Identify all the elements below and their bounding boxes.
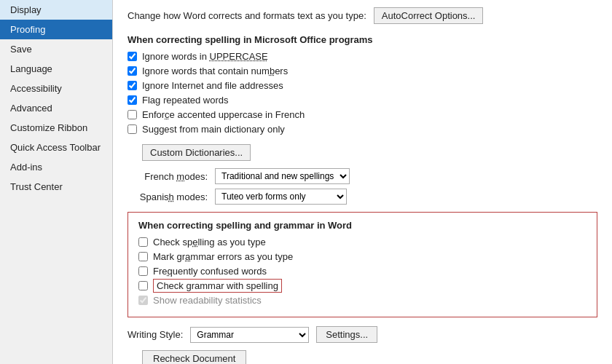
spelling-section-header: When correcting spelling in Microsoft Of… <box>128 34 597 45</box>
french-modes-select[interactable]: Traditional and new spellings New spelli… <box>215 168 350 184</box>
modes-table: French modes: Traditional and new spelli… <box>128 168 597 205</box>
sidebar-item-save[interactable]: Save <box>0 39 112 59</box>
checkbox-row-ignore-uppercase: Ignore words in UPPERCASE <box>128 51 597 62</box>
writing-style-label: Writing Style: <box>128 329 183 340</box>
sidebar-item-display[interactable]: Display <box>0 0 112 20</box>
word-checkbox-check-grammar[interactable] <box>138 281 148 290</box>
checkbox-enforce-accented-label[interactable]: Enforce accented uppercase in French <box>142 109 305 120</box>
checkbox-row-suggest-main: Suggest from main dictionary only <box>128 124 597 135</box>
checkbox-ignore-numbers[interactable] <box>128 66 137 76</box>
spanish-modes-row: Spanish modes: Tuteo verb forms only Vos… <box>128 189 597 205</box>
autocorrect-row: Change how Word corrects and formats tex… <box>128 7 597 24</box>
writing-style-row: Writing Style: Grammar Grammar & Style G… <box>128 326 597 343</box>
word-checkbox-confused-words[interactable] <box>138 266 148 276</box>
word-checkbox-mark-grammar[interactable] <box>138 252 148 261</box>
sidebar-item-proofing[interactable]: Proofing <box>0 20 112 39</box>
sidebar-item-accessibility[interactable]: Accessibility <box>0 79 112 98</box>
checkbox-flag-repeated[interactable] <box>128 95 137 105</box>
word-checkbox-confused-words-label[interactable]: Frequently confused words <box>153 266 267 277</box>
checkbox-flag-repeated-label[interactable]: Flag repeated words <box>142 95 229 106</box>
word-checkbox-row-confused-words: Frequently confused words <box>138 266 586 277</box>
sidebar-item-customize-ribbon[interactable]: Customize Ribbon <box>0 118 112 138</box>
checkbox-ignore-internet[interactable] <box>128 81 137 90</box>
checkbox-suggest-main[interactable] <box>128 124 137 134</box>
checkbox-suggest-main-label[interactable]: Suggest from main dictionary only <box>142 124 285 135</box>
recheck-document-button[interactable]: Recheck Document <box>142 350 246 364</box>
sidebar-item-advanced[interactable]: Advanced <box>0 98 112 118</box>
word-checkbox-check-spelling-label[interactable]: Check spelling as you type <box>153 237 266 248</box>
checkbox-ignore-internet-label[interactable]: Ignore Internet and file addresses <box>142 80 283 91</box>
checkbox-row-flag-repeated: Flag repeated words <box>128 95 597 106</box>
word-checkbox-readability[interactable] <box>138 296 148 305</box>
word-checkbox-row-mark-grammar: Mark grammar errors as you type <box>138 251 586 262</box>
autocorrect-options-button[interactable]: AutoCorrect Options... <box>374 7 484 24</box>
word-checkbox-row-check-grammar: Check grammar with spelling <box>138 280 586 291</box>
spanish-modes-select[interactable]: Tuteo verb forms only Voseo verb forms o… <box>215 189 347 205</box>
french-modes-label: French modes: <box>128 171 208 182</box>
sidebar-item-add-ins[interactable]: Add-ins <box>0 157 112 177</box>
settings-button[interactable]: Settings... <box>316 326 377 343</box>
checkbox-enforce-accented[interactable] <box>128 110 137 119</box>
checkbox-ignore-uppercase[interactable] <box>128 52 137 61</box>
word-section-header: When correcting spelling and grammar in … <box>138 220 586 231</box>
checkbox-ignore-uppercase-label[interactable]: Ignore words in UPPERCASE <box>142 51 268 62</box>
sidebar-item-trust-center[interactable]: Trust Center <box>0 177 112 197</box>
sidebar-item-language[interactable]: Language <box>0 59 112 79</box>
checkbox-row-ignore-numbers: Ignore words that contain numbers <box>128 66 597 76</box>
checkbox-row-enforce-accented: Enforce accented uppercase in French <box>128 109 597 120</box>
checkbox-row-ignore-internet: Ignore Internet and file addresses <box>128 80 597 91</box>
autocorrect-label: Change how Word corrects and formats tex… <box>128 10 366 21</box>
french-modes-row: French modes: Traditional and new spelli… <box>128 168 597 184</box>
word-checkbox-readability-label: Show readability statistics <box>153 295 262 306</box>
word-checkbox-mark-grammar-label[interactable]: Mark grammar errors as you type <box>153 251 293 262</box>
word-checkbox-row-check-spelling: Check spelling as you type <box>138 237 586 248</box>
custom-dictionaries-button[interactable]: Custom Dictionaries... <box>142 144 251 161</box>
word-checkbox-row-readability: Show readability statistics <box>138 295 586 306</box>
sidebar: Display Proofing Save Language Accessibi… <box>0 0 113 364</box>
checkbox-ignore-numbers-label[interactable]: Ignore words that contain numbers <box>142 66 288 76</box>
sidebar-item-quick-access-toolbar[interactable]: Quick Access Toolbar <box>0 138 112 157</box>
word-checkbox-check-spelling[interactable] <box>138 237 148 247</box>
writing-style-select[interactable]: Grammar Grammar & Style Grammar & Refine… <box>190 327 309 343</box>
spanish-modes-label: Spanish modes: <box>128 191 208 202</box>
word-section: When correcting spelling and grammar in … <box>128 212 597 317</box>
word-checkbox-check-grammar-label[interactable]: Check grammar with spelling <box>153 280 282 291</box>
main-content: Change how Word corrects and formats tex… <box>113 0 612 364</box>
